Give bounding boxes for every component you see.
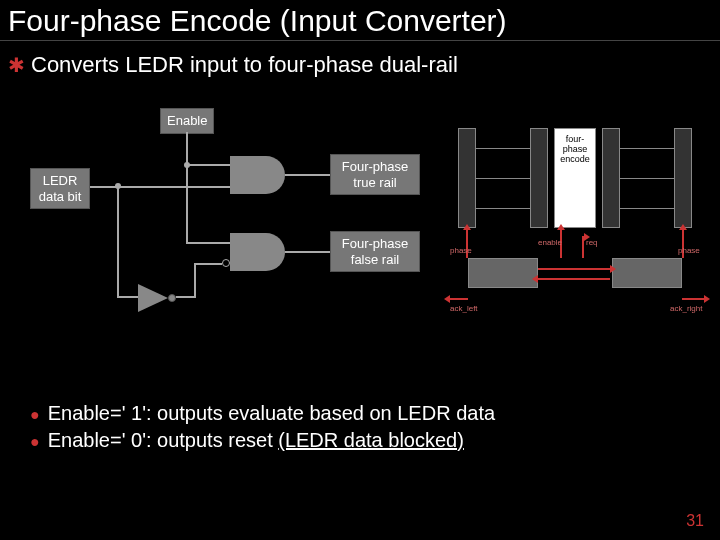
- wire: [117, 296, 138, 298]
- arrow-icon: [538, 278, 610, 280]
- wire-node: [184, 162, 190, 168]
- wire: [620, 178, 674, 179]
- controller-block-right: [612, 258, 682, 288]
- arrow-icon: [582, 236, 584, 258]
- label-req: req: [586, 238, 598, 247]
- bullet-2-text: Enable=' 0': outputs reset (LEDR data bl…: [48, 429, 464, 452]
- arrow-icon: [538, 268, 610, 270]
- arrow-icon: [682, 298, 704, 300]
- label-ack-left: ack_left: [450, 304, 478, 313]
- wire: [186, 132, 188, 244]
- pipeline-diagram: four-phaseencode phase phase enable req …: [450, 108, 710, 348]
- not-bubble-icon: [222, 259, 230, 267]
- false-rail-box: Four-phasefalse rail: [330, 231, 420, 272]
- wire: [194, 263, 222, 265]
- wire: [186, 164, 230, 166]
- label-phase-left: phase: [450, 246, 472, 255]
- ledr-box: LEDRdata bit: [30, 168, 90, 209]
- label-enable: enable: [538, 238, 562, 247]
- arrow-icon: [450, 298, 468, 300]
- enable-box: Enable: [160, 108, 214, 134]
- wire: [285, 251, 330, 253]
- slide-title: Four-phase Encode (Input Converter): [0, 0, 720, 42]
- title-underline: [0, 40, 720, 41]
- controller-block-left: [468, 258, 538, 288]
- wire: [476, 148, 530, 149]
- inverter-gate: [138, 284, 168, 312]
- pipeline-stage-block: [674, 128, 692, 228]
- disc-icon: ●: [30, 433, 40, 451]
- diagram-area: LEDRdata bit Enable Four-phasetrue rail …: [30, 108, 710, 368]
- wire: [285, 174, 330, 176]
- subtitle-row: ✱ Converts LEDR input to four-phase dual…: [0, 42, 720, 78]
- subtitle-text: Converts LEDR input to four-phase dual-r…: [31, 52, 458, 78]
- label-ack-right: ack_right: [670, 304, 702, 313]
- wire: [117, 186, 119, 298]
- true-rail-box: Four-phasetrue rail: [330, 154, 420, 195]
- inverter-bubble-icon: [168, 294, 176, 302]
- disc-icon: ●: [30, 406, 40, 424]
- bullet-1: ● Enable=' 1': outputs evaluate based on…: [30, 402, 690, 425]
- circuit-diagram: LEDRdata bit Enable Four-phasetrue rail …: [30, 108, 450, 338]
- wire: [476, 178, 530, 179]
- encode-block: four-phaseencode: [554, 128, 596, 228]
- pipeline-stage-block: [530, 128, 548, 228]
- bullet-1-text: Enable=' 1': outputs evaluate based on L…: [48, 402, 495, 425]
- wire: [476, 208, 530, 209]
- and-gate-top: [230, 156, 285, 194]
- wire: [90, 186, 230, 188]
- pipeline-stage-block: [602, 128, 620, 228]
- pipeline-stage-block: [458, 128, 476, 228]
- label-phase-right: phase: [678, 246, 700, 255]
- bullet-list: ● Enable=' 1': outputs evaluate based on…: [0, 388, 720, 466]
- page-number: 31: [686, 512, 704, 530]
- bullet-2: ● Enable=' 0': outputs reset (LEDR data …: [30, 429, 690, 452]
- wire: [194, 263, 196, 298]
- wire: [186, 242, 230, 244]
- and-gate-bottom: [230, 233, 285, 271]
- wire: [620, 148, 674, 149]
- wire: [620, 208, 674, 209]
- star-icon: ✱: [8, 53, 25, 77]
- wire: [176, 296, 196, 298]
